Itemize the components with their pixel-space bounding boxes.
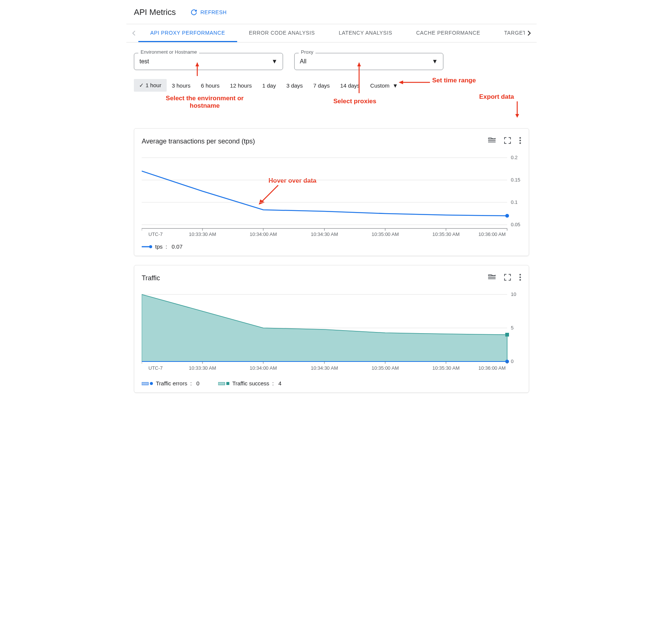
caret-down-icon: ▼ [432, 58, 438, 65]
y-tick: 10 [511, 291, 516, 297]
svg-rect-47 [218, 382, 225, 385]
time-opt-custom[interactable]: Custom ▼ [365, 79, 403, 92]
svg-point-27 [149, 245, 152, 248]
refresh-button[interactable]: REFRESH [191, 9, 226, 16]
time-opt-6hours[interactable]: 6 hours [196, 79, 225, 92]
y-tick: 0.1 [511, 199, 518, 205]
fullscreen-icon[interactable] [504, 274, 511, 282]
legend-toggle-icon[interactable] [488, 138, 496, 145]
svg-marker-7 [515, 114, 519, 118]
environment-select[interactable]: test ▼ [134, 53, 283, 70]
svg-point-25 [505, 214, 509, 218]
tabs: API PROXY PERFORMANCE ERROR CODE ANALYSI… [138, 25, 525, 42]
chevron-right-icon [527, 30, 531, 36]
x-tick: 10:36:00 AM [478, 365, 506, 371]
svg-point-28 [519, 274, 521, 275]
y-tick: 0.05 [511, 222, 520, 227]
legend-item-tps[interactable]: tps: 0.07 [142, 243, 183, 250]
proxy-label: Proxy [299, 49, 315, 55]
y-tick: 0.2 [511, 155, 518, 160]
legend-toggle-icon[interactable] [488, 274, 496, 282]
fullscreen-icon[interactable] [504, 137, 511, 145]
x-tick: 10:35:00 AM [372, 365, 399, 371]
more-menu-icon[interactable] [519, 137, 521, 146]
legend-value: 0.07 [172, 243, 182, 250]
refresh-icon [191, 9, 197, 16]
proxy-select[interactable]: All ▼ [294, 53, 443, 70]
x-tick: 10:34:30 AM [311, 231, 338, 237]
x-tick: 10:33:30 AM [189, 231, 216, 237]
svg-point-10 [519, 142, 521, 144]
svg-point-9 [519, 140, 521, 141]
y-tick: 0.15 [511, 177, 520, 183]
tab-latency-analysis[interactable]: LATENCY ANALYSIS [327, 25, 404, 42]
card-tps: Average transactions per second (tps) Ho… [134, 128, 529, 256]
environment-value: test [139, 58, 149, 65]
tabs-scroll-right[interactable] [525, 24, 534, 42]
x-tick: 10:34:30 AM [311, 365, 338, 371]
card-tps-title: Average transactions per second (tps) [142, 138, 255, 145]
caret-down-icon: ▼ [393, 82, 398, 89]
x-tick: 10:35:30 AM [433, 365, 460, 371]
card-traffic-title: Traffic [142, 274, 160, 282]
time-opt-3hours[interactable]: 3 hours [167, 79, 196, 92]
time-opt-12hours[interactable]: 12 hours [225, 79, 257, 92]
svg-rect-45 [142, 382, 148, 385]
custom-label: Custom [370, 82, 390, 89]
tab-api-proxy-performance[interactable]: API PROXY PERFORMANCE [138, 25, 237, 42]
page-title: API Metrics [134, 7, 176, 17]
time-opt-1hour[interactable]: 1 hour [134, 79, 167, 92]
more-menu-icon[interactable] [519, 274, 521, 282]
chart-tps[interactable]: 0.2 0.15 0.1 0.05 UTC-7 [142, 150, 521, 240]
legend-value: 0 [197, 380, 199, 386]
svg-point-46 [150, 382, 153, 385]
refresh-label: REFRESH [200, 9, 226, 15]
x-tick: 10:35:30 AM [433, 231, 460, 237]
tabs-scroll-left[interactable] [129, 24, 138, 42]
tab-target[interactable]: TARGET [492, 25, 525, 42]
card-traffic: Traffic 10 5 0 [134, 265, 529, 393]
svg-point-29 [519, 277, 521, 278]
annotation-proxy: Select proxies [333, 98, 376, 105]
proxy-value: All [300, 58, 307, 65]
environment-label: Environment or Hostname [138, 49, 199, 55]
annotation-env: Select the environment or hostname [153, 95, 257, 110]
time-opt-3days[interactable]: 3 days [281, 79, 308, 92]
legend-value: 4 [278, 380, 281, 386]
time-opt-14days[interactable]: 14 days [335, 79, 365, 92]
x-tick: 10:33:30 AM [189, 365, 216, 371]
svg-rect-48 [226, 382, 229, 385]
time-opt-1day[interactable]: 1 day [257, 79, 281, 92]
legend-swatch [142, 245, 152, 249]
legend-label: Traffic success [232, 380, 269, 386]
time-range: 1 hour 3 hours 6 hours 12 hours 1 day 3 … [126, 77, 537, 96]
x-tick: 10:36:00 AM [478, 231, 506, 237]
legend-swatch [142, 381, 153, 386]
x-tick: 10:34:00 AM [250, 231, 277, 237]
y-tick: 5 [511, 325, 513, 331]
legend-item-traffic-success[interactable]: Traffic success: 4 [218, 380, 282, 386]
x-tick: 10:34:00 AM [250, 365, 277, 371]
tab-cache-performance[interactable]: CACHE PERFORMANCE [404, 25, 492, 42]
tab-error-code-analysis[interactable]: ERROR CODE ANALYSIS [237, 25, 327, 42]
time-opt-7days[interactable]: 7 days [308, 79, 335, 92]
caret-down-icon: ▼ [271, 58, 277, 65]
legend-label: Traffic errors [156, 380, 187, 386]
svg-point-8 [519, 137, 521, 139]
legend-swatch [218, 381, 229, 386]
annotation-arrow [513, 101, 521, 118]
chevron-left-icon [132, 30, 136, 36]
legend-item-traffic-errors[interactable]: Traffic errors: 0 [142, 380, 199, 386]
chart-traffic[interactable]: 10 5 0 [142, 287, 521, 376]
y-tick: 0 [511, 359, 513, 364]
svg-point-30 [519, 279, 521, 281]
x-tick: 10:35:00 AM [372, 231, 399, 237]
x-label-tz: UTC-7 [148, 231, 163, 237]
svg-rect-35 [505, 333, 509, 337]
legend-label: tps [155, 243, 163, 250]
x-label-tz: UTC-7 [148, 365, 163, 371]
